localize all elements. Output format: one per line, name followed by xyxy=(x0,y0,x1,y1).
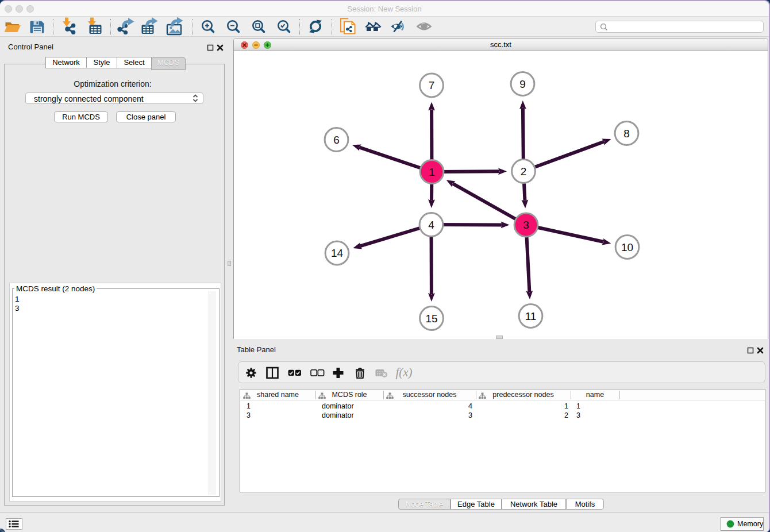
svg-text:f(x): f(x) xyxy=(395,365,412,379)
svg-text:6: 6 xyxy=(333,134,340,146)
svg-text:9: 9 xyxy=(519,78,526,90)
svg-text:10: 10 xyxy=(621,241,633,253)
svg-text:14: 14 xyxy=(331,247,344,259)
svg-text:15: 15 xyxy=(425,313,437,325)
svg-text:7: 7 xyxy=(429,79,435,91)
svg-text:11: 11 xyxy=(525,310,537,322)
svg-text:2: 2 xyxy=(521,165,527,178)
svg-text:3: 3 xyxy=(523,219,529,231)
svg-text:1: 1 xyxy=(429,166,435,178)
svg-text:8: 8 xyxy=(623,128,630,140)
svg-text:4: 4 xyxy=(428,219,434,231)
